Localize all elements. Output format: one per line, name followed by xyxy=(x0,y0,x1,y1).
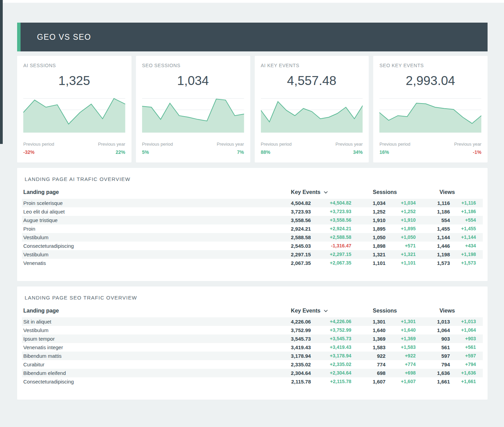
column-header-sessions[interactable]: Sessions xyxy=(353,187,417,199)
column-header-key-events[interactable]: Key Events xyxy=(266,187,353,199)
views-value: 1,446 xyxy=(417,242,451,250)
sessions-value: 1,321 xyxy=(353,250,387,259)
views-delta: +1,116 xyxy=(451,199,483,207)
sessions-delta: +1,050 xyxy=(387,233,417,242)
kpi-card-ai-key-events: AI KEY EVENTS 4,557.48 Previous period P… xyxy=(255,56,369,162)
previous-year-delta: 7% xyxy=(237,149,244,155)
previous-year-label: Previous year xyxy=(217,142,244,147)
table-row: Bibendum eleifend2,304.64+2,304.64698+69… xyxy=(22,369,483,377)
key-events-value: 2,545.03 xyxy=(266,242,312,250)
card-value: 1,325 xyxy=(23,74,125,88)
landing-page-cell: Vestibulum xyxy=(22,233,266,242)
report-page: GEO VS SEO AI SESSIONS 1,325 Previous pe… xyxy=(17,23,488,400)
sparkline-chart xyxy=(23,96,125,135)
key-events-value: 3,545.73 xyxy=(266,334,312,343)
views-value: 1,013 xyxy=(417,317,451,326)
views-value: 1,455 xyxy=(417,224,451,233)
views-value: 1,661 xyxy=(417,377,451,386)
chevron-down-icon xyxy=(324,188,328,195)
previous-year-label: Previous year xyxy=(98,142,125,147)
column-header-key-events[interactable]: Key Events xyxy=(266,306,353,317)
landing-page-cell: Bibendum eleifend xyxy=(22,369,266,377)
card-value: 2,993.04 xyxy=(379,74,481,88)
key-events-value: 3,558.56 xyxy=(266,216,312,224)
sessions-delta: +922 xyxy=(387,352,417,360)
column-header-views[interactable]: Views xyxy=(417,187,483,199)
views-delta: +554 xyxy=(451,216,483,224)
views-delta: +1,186 xyxy=(451,207,483,216)
key-events-delta: +2,304.64 xyxy=(312,369,353,377)
key-events-delta: +3,545.73 xyxy=(312,334,353,343)
previous-period-label: Previous period xyxy=(23,142,54,147)
panel-ai-traffic-overview: LANDING PAGE AI TRAFIC OVERVIEW Landing … xyxy=(17,168,488,281)
landing-page-cell: Ipsum tempor xyxy=(22,334,266,343)
key-events-delta: +2,067.35 xyxy=(312,259,353,267)
sessions-delta: +1,301 xyxy=(387,317,417,326)
key-events-value: 2,304.64 xyxy=(266,369,312,377)
key-events-value: 2,335.02 xyxy=(266,360,312,369)
panel-title: LANDING PAGE AI TRAFIC OVERVIEW xyxy=(25,176,483,182)
landing-page-cell: Vestibulum xyxy=(22,326,266,334)
table-row: Consecteturadipiscing2,545.03-1,316.471,… xyxy=(22,242,483,250)
landing-page-cell: Leo elit dui aliquet xyxy=(22,207,266,216)
previous-year-label: Previous year xyxy=(454,142,481,147)
comparison-labels: Previous period Previous year xyxy=(23,142,125,147)
previous-year-delta: 34% xyxy=(353,149,363,155)
key-events-delta: +3,752.99 xyxy=(312,326,353,334)
previous-year-delta: -1% xyxy=(473,149,481,155)
landing-page-cell: Venenatis integer xyxy=(22,343,266,352)
views-delta: +903 xyxy=(451,334,483,343)
views-delta: +561 xyxy=(451,343,483,352)
sparkline-chart xyxy=(379,96,481,135)
column-header-key-events-label: Key Events xyxy=(291,308,320,314)
key-events-delta: +4,504.82 xyxy=(312,199,353,207)
sessions-delta: +1,369 xyxy=(387,334,417,343)
table-header-row: Landing page Key Events Sessions Views xyxy=(22,306,483,317)
column-header-views[interactable]: Views xyxy=(417,306,483,317)
top-strip xyxy=(0,0,504,3)
card-title: SEO SESSIONS xyxy=(142,63,244,68)
column-header-landing-page[interactable]: Landing page xyxy=(22,306,266,317)
column-header-landing-page[interactable]: Landing page xyxy=(22,187,266,199)
key-events-delta: +3,178.94 xyxy=(312,352,353,360)
sidebar-edge xyxy=(0,0,3,144)
card-title: AI SESSIONS xyxy=(23,63,125,68)
area-chart xyxy=(379,96,481,135)
key-events-value: 3,752.99 xyxy=(266,326,312,334)
table-row: Proin scelerisque4,504.82+4,504.821,034+… xyxy=(22,199,483,207)
landing-page-cell: Bibendum mattis xyxy=(22,352,266,360)
landing-page-cell: Sit in aliquet xyxy=(22,317,266,326)
landing-page-cell: Consecteturadipiscing xyxy=(22,377,266,386)
sessions-value: 1,050 xyxy=(353,233,387,242)
table-row: Venenatis2,067.35+2,067.351,101+1,1011,5… xyxy=(22,259,483,267)
card-title: SEO KEY EVENTS xyxy=(379,63,481,68)
previous-period-delta: -32% xyxy=(23,149,35,155)
key-events-delta: -1,316.47 xyxy=(312,242,353,250)
key-events-value: 3,178.94 xyxy=(266,352,312,360)
views-delta: +1,013 xyxy=(451,317,483,326)
key-events-delta: +2,115.78 xyxy=(312,377,353,386)
previous-period-delta: 16% xyxy=(379,149,389,155)
sessions-delta: +1,321 xyxy=(387,250,417,259)
page-title: GEO VS SEO xyxy=(37,33,91,42)
landing-page-cell: Proin xyxy=(22,224,266,233)
previous-period-delta: 88% xyxy=(261,149,270,155)
key-events-delta: +2,588.58 xyxy=(312,233,353,242)
comparison-deltas: 5% 7% xyxy=(142,149,244,155)
landing-page-cell: Venenatis xyxy=(22,259,266,267)
views-value: 1,636 xyxy=(417,369,451,377)
key-events-delta: +2,297.15 xyxy=(312,250,353,259)
kpi-card-seo-key-events: SEO KEY EVENTS 2,993.04 Previous period … xyxy=(373,56,488,162)
sessions-value: 1,640 xyxy=(353,326,387,334)
views-delta: +1,636 xyxy=(451,369,483,377)
sparkline-chart xyxy=(142,96,244,135)
chevron-down-icon xyxy=(324,307,328,314)
area-chart xyxy=(261,96,363,135)
key-events-value: 2,924.21 xyxy=(266,224,312,233)
key-events-delta: +2,335.02 xyxy=(312,360,353,369)
key-events-value: 2,067.35 xyxy=(266,259,312,267)
views-value: 903 xyxy=(417,334,451,343)
table-row: Consecteturadipiscing2,115.78+2,115.781,… xyxy=(22,377,483,386)
key-events-delta: +3,723.93 xyxy=(312,207,353,216)
column-header-sessions[interactable]: Sessions xyxy=(353,306,417,317)
